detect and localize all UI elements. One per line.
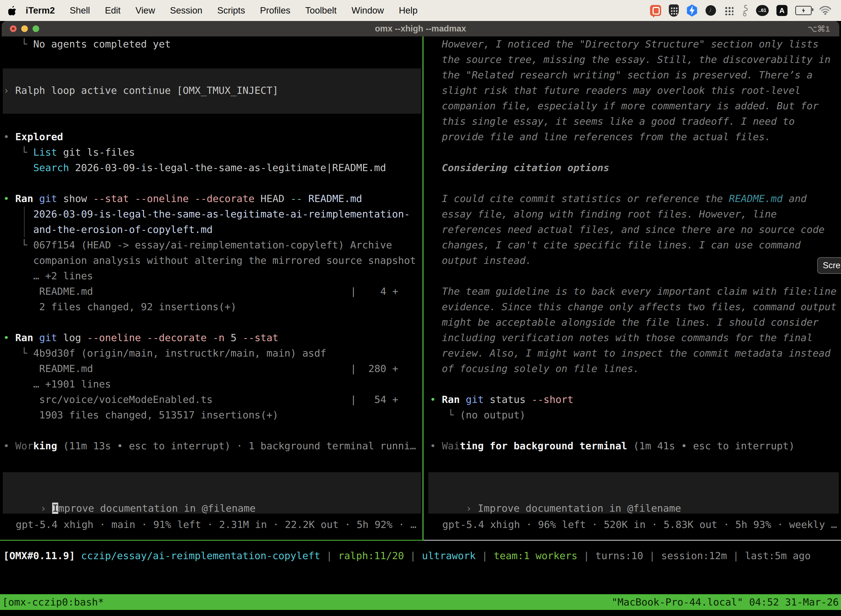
menu-item-session[interactable]: Session	[163, 5, 210, 15]
terminal-line: including verification notes with those …	[430, 330, 841, 346]
agents-status-line: └ No agents completed yet	[3, 37, 423, 52]
terminal-line: Search 2026-03-09-is-legal-the-same-as-l…	[3, 160, 423, 176]
input-source-label: A	[779, 6, 785, 15]
explored-header: • Explored	[3, 129, 423, 145]
wifi-icon[interactable]	[819, 6, 831, 15]
right-input-text: Improve documentation in @filename	[478, 503, 681, 514]
left-model-status-line: gpt-5.4 xhigh · main · 91% left · 2.31M …	[16, 517, 416, 532]
shield-keyboard-icon[interactable]	[669, 4, 679, 16]
terminal-line	[430, 377, 841, 392]
menu-item-help[interactable]: Help	[391, 5, 425, 15]
terminal-line: README.md| 280 +	[3, 361, 423, 377]
terminal-line: └ List git ls-files	[3, 145, 423, 160]
usage-badge-icon[interactable]: ..61	[756, 5, 769, 16]
tmux-status-bar: [omx-cczip0:bash* "MacBook-Pro-44.local"…	[0, 594, 841, 610]
input-source-icon[interactable]: A	[777, 5, 787, 16]
terminal-line: The team guideline is to back every impo…	[430, 284, 841, 299]
terminal-line: 2 files changed, 92 insertions(+)	[3, 299, 423, 315]
terminal-line: └ 067f154 (HEAD -> essay/ai-reimplementa…	[3, 238, 423, 253]
diffstat-column: | 4 +	[350, 284, 398, 299]
terminal-line: output instead.	[430, 253, 841, 268]
apple-menu-icon[interactable]	[8, 6, 16, 15]
reasoning-header: Considering citation options	[430, 160, 841, 176]
tmux-hsplit-border-left	[0, 540, 423, 541]
ralph-loop-banner: › Ralph loop active continue [OMX_TMUX_I…	[3, 83, 423, 98]
menu-status-icons: ..61 A	[650, 4, 831, 16]
terminal-line: and-the-erosion-of-copyleft.md	[3, 222, 423, 238]
terminal-line: 2026-03-09-is-legal-the-same-as-legitima…	[3, 207, 423, 222]
usage-badge-label: ..61	[759, 8, 766, 13]
terminal-line: review. Also, I might want to inspect th…	[430, 346, 841, 361]
terminal-line	[3, 114, 423, 129]
terminal-line: slight risk that future readers may over…	[430, 83, 841, 98]
menu-item-window[interactable]: Window	[344, 5, 391, 15]
menu-item-edit[interactable]: Edit	[97, 5, 128, 15]
terminal-line	[3, 52, 423, 67]
terminal-line: references need actual files, and since …	[430, 222, 841, 238]
menu-item-view[interactable]: View	[128, 5, 163, 15]
bolt-hexagon-icon[interactable]	[687, 4, 697, 16]
omx-status-segments: [OMX#0.11.9] cczip/essay/ai-reimplementa…	[3, 548, 840, 563]
diffstat-column: | 280 +	[350, 361, 398, 377]
working-status-line: • Working (11m 13s • esc to interrupt) ·…	[3, 438, 423, 454]
tmux-session-label[interactable]: [omx-cczip0:bash*	[0, 596, 106, 608]
waiting-status-line: • Waiting for background terminal (1m 41…	[430, 438, 841, 454]
terminal-line	[3, 176, 423, 191]
terminal-line: might be acceptable alongside the file l…	[430, 315, 841, 330]
terminal-line: README.md| 4 +	[3, 284, 423, 299]
text-cursor: I	[52, 503, 58, 514]
left-input-text: mprove documentation in @filename	[58, 503, 255, 514]
right-pane-output: However, I noticed the "Directory Struct…	[430, 37, 841, 454]
terminal-line	[430, 176, 841, 191]
terminal-line: … +1901 lines	[3, 377, 423, 392]
terminal-line	[430, 423, 841, 438]
terminal-line: the source tree, missing the essay. Stil…	[430, 52, 841, 67]
menu-item-profiles[interactable]: Profiles	[252, 5, 298, 15]
terminal-line: essay file, along with finding root file…	[430, 207, 841, 222]
battery-icon[interactable]	[795, 6, 812, 15]
left-pane-output: └ No agents completed yet› Ralph loop ac…	[3, 37, 423, 454]
screen-share-tooltip: Scre	[817, 257, 841, 274]
terminal-line: this single essay, it seems like a good …	[430, 114, 841, 129]
terminal-line	[3, 315, 423, 330]
terminal-line: companion analysis without altering the …	[3, 253, 423, 268]
terminal-body: └ No agents completed yet› Ralph loop ac…	[0, 37, 841, 616]
left-prompt-input[interactable]: › Improve documentation in @filename	[3, 472, 421, 513]
terminal-line: └ (no output)	[430, 407, 841, 423]
terminal-line: changes, I can't cite specific file line…	[430, 238, 841, 253]
ran-git-status: • Ran git status --short	[430, 392, 841, 407]
terminal-line: However, I noticed the "Directory Struct…	[430, 37, 841, 52]
macos-menu-bar: iTerm2ShellEditViewSessionScriptsProfile…	[0, 0, 841, 21]
terminal-line: src/voice/voiceModeEnabled.ts| 54 +	[3, 392, 423, 407]
diffstat-column: | 54 +	[350, 392, 398, 407]
ran-git-log: • Ran git log --oneline --decorate -n 5 …	[3, 330, 423, 346]
terminal-line: evidence. Since this change only affects…	[430, 299, 841, 315]
terminal-line	[430, 268, 841, 284]
menu-item-scripts[interactable]: Scripts	[210, 5, 252, 15]
menu-item-iterm2[interactable]: iTerm2	[18, 5, 62, 15]
menu-item-toolbelt[interactable]: Toolbelt	[298, 5, 344, 15]
terminal-line	[3, 98, 423, 114]
dots-grid-icon[interactable]	[724, 6, 733, 15]
terminal-line	[430, 145, 841, 160]
terminal-line: companion file, especially if more comme…	[430, 98, 841, 114]
terminal-line: I could cite commit statistics or refere…	[430, 191, 841, 207]
right-model-status-line: gpt-5.4 xhigh · 96% left · 520K in · 5.8…	[442, 517, 837, 532]
menu-items: iTerm2ShellEditViewSessionScriptsProfile…	[18, 5, 425, 16]
tmux-host-clock-label: "MacBook-Pro-44.local" 04:52 31-Mar-26	[609, 596, 841, 608]
menu-item-shell[interactable]: Shell	[62, 5, 97, 15]
tmux-hsplit-border-right	[423, 540, 841, 541]
prompt-chevron: ›	[466, 503, 478, 514]
screen-record-icon[interactable]	[650, 5, 661, 16]
omx-session-status-line: [OMX#0.11.9] cczip/essay/ai-reimplementa…	[3, 548, 840, 563]
tmux-pane-divider[interactable]	[422, 37, 423, 540]
terminal-line	[3, 423, 423, 438]
window-title-bar: omx --xhigh --madmax ⌥⌘1	[1, 21, 840, 37]
squiggle-icon[interactable]	[741, 4, 748, 16]
right-prompt-input[interactable]: › Improve documentation in @filename	[428, 472, 839, 513]
window-title: omx --xhigh --madmax	[1, 24, 840, 34]
terminal-line	[3, 67, 423, 83]
crescent-circle-icon[interactable]	[705, 5, 716, 16]
terminal-line: provide file and line references from th…	[430, 129, 841, 145]
ran-git-show: • Ran git show --stat --oneline --decora…	[3, 191, 423, 207]
